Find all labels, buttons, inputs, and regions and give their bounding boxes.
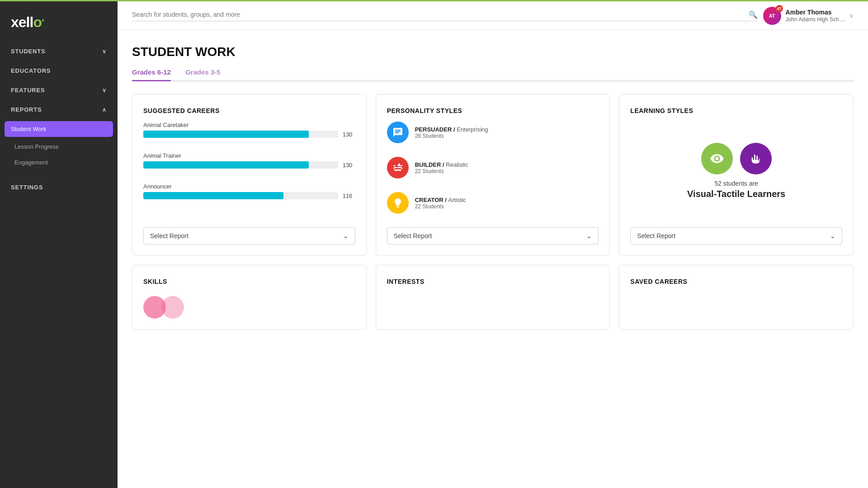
skills-card: SKILLS <box>132 265 367 330</box>
personality-styles-title: PERSONALITY STYLES <box>387 107 599 114</box>
user-area[interactable]: AT 47 Amber Thomas John Adams High Sch .… <box>763 7 854 25</box>
sidebar-item-features[interactable]: FEATURES ∨ <box>0 80 118 100</box>
chevron-down-icon: ∨ <box>102 87 107 94</box>
career-name: Animal Trainer <box>143 152 355 159</box>
user-info: Amber Thomas John Adams High Sch ... <box>786 8 845 23</box>
sidebar-item-educators[interactable]: EDUCATORS <box>0 61 118 80</box>
learning-styles-card: LEARNING STYLES 52 students are <box>619 94 854 256</box>
learning-styles-title: LEARNING STYLES <box>630 107 842 114</box>
tactile-icon <box>740 143 772 174</box>
sidebar-item-reports[interactable]: REPORTS ∧ <box>0 100 118 119</box>
builder-icon <box>387 157 409 178</box>
sidebar-item-student-work[interactable]: Student Work <box>5 121 113 137</box>
creator-icon <box>387 192 409 214</box>
page-title: STUDENT WORK <box>132 45 854 59</box>
interests-title: INTERESTS <box>387 278 599 285</box>
sidebar-item-engagement[interactable]: Engagement <box>0 155 118 170</box>
career-item: Animal Caretaker 130 <box>143 122 355 138</box>
logo: xello● <box>0 1 118 42</box>
career-name: Animal Caretaker <box>143 122 355 128</box>
chevron-down-icon: ⌄ <box>830 232 835 239</box>
chevron-down-icon: ∨ <box>849 13 854 19</box>
personality-item: CREATOR / Artistic 22 Students <box>387 192 599 214</box>
sidebar-navigation: STUDENTS ∨ EDUCATORS FEATURES ∨ REPORTS … <box>0 42 118 488</box>
career-bar <box>143 131 309 138</box>
sidebar: xello● STUDENTS ∨ EDUCATORS FEATURES ∨ R… <box>0 0 118 488</box>
main-content: 🔍 AT 47 Amber Thomas John Adams High Sch… <box>118 0 868 488</box>
saved-careers-card: SAVED CAREERS <box>619 265 854 330</box>
chevron-down-icon: ∨ <box>102 48 107 55</box>
search-input[interactable] <box>132 11 745 18</box>
page-content: STUDENT WORK Grades 6-12 Grades 3-5 SUGG… <box>118 30 868 488</box>
chevron-down-icon: ⌄ <box>586 232 592 239</box>
persuader-icon <box>387 122 409 143</box>
learning-type-label: Visual-Tactile Learners <box>687 189 785 199</box>
user-name: Amber Thomas <box>786 8 845 16</box>
tab-grades-6-12[interactable]: Grades 6-12 <box>132 68 171 80</box>
personality-item: BUILDER / Realistic 22 Students <box>387 157 599 178</box>
personality-styles-card: PERSONALITY STYLES PERSUADER / Enterpris… <box>376 94 610 256</box>
personality-item: PERSUADER / Enterprising 28 Students <box>387 122 599 143</box>
career-name: Announcer <box>143 183 355 190</box>
suggested-careers-card: SUGGESTED CAREERS Animal Caretaker 130 A… <box>132 94 367 256</box>
career-bar <box>143 192 283 199</box>
search-icon: 🔍 <box>749 10 758 19</box>
sidebar-item-settings[interactable]: SETTINGS <box>0 178 118 197</box>
select-report-dropdown[interactable]: Select Report ⌄ <box>387 227 599 244</box>
chevron-up-icon: ∧ <box>102 107 107 113</box>
career-item: Animal Trainer 130 <box>143 152 355 169</box>
sidebar-item-lesson-progress[interactable]: Lesson Progress <box>0 139 118 155</box>
visual-icon <box>701 143 733 174</box>
select-report-dropdown[interactable]: Select Report ⌄ <box>143 227 355 244</box>
cards-grid: SUGGESTED CAREERS Animal Caretaker 130 A… <box>132 94 854 256</box>
sidebar-item-students[interactable]: STUDENTS ∨ <box>0 42 118 61</box>
search-bar: 🔍 <box>132 10 758 21</box>
notification-badge: 47 <box>776 5 783 12</box>
saved-careers-title: SAVED CAREERS <box>630 278 842 285</box>
select-report-dropdown[interactable]: Select Report ⌄ <box>630 227 842 244</box>
avatar: AT 47 <box>763 7 781 25</box>
skills-icon-2 <box>161 296 184 319</box>
tabs: Grades 6-12 Grades 3-5 <box>132 68 854 81</box>
skills-title: SKILLS <box>143 278 355 285</box>
career-item: Announcer 116 <box>143 183 355 199</box>
user-school: John Adams High Sch ... <box>786 16 845 23</box>
chevron-down-icon: ⌄ <box>343 232 349 239</box>
career-bar <box>143 161 309 169</box>
bottom-cards-grid: SKILLS INTERESTS SAVED CAREERS <box>132 265 854 330</box>
tab-grades-3-5[interactable]: Grades 3-5 <box>185 68 221 80</box>
header: 🔍 AT 47 Amber Thomas John Adams High Sch… <box>118 1 868 30</box>
suggested-careers-title: SUGGESTED CAREERS <box>143 107 355 114</box>
interests-card: INTERESTS <box>376 265 610 330</box>
logo-dot: o <box>33 14 42 30</box>
